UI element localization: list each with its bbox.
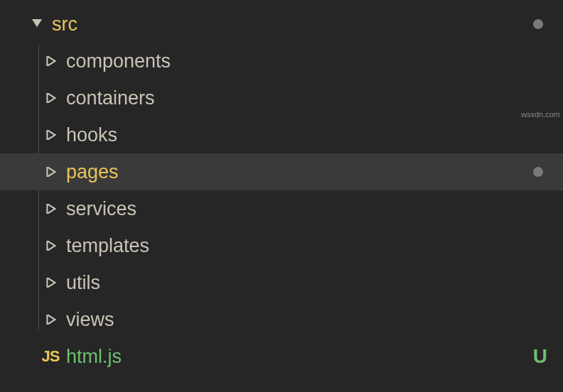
chevron-right-icon — [46, 278, 56, 288]
folder-label: containers — [66, 87, 155, 109]
chevron-right-icon — [46, 204, 56, 214]
git-status-untracked: U — [533, 345, 547, 368]
svg-marker-1 — [47, 56, 55, 66]
chevron-down-icon — [32, 19, 42, 29]
folder-label: views — [66, 309, 114, 331]
tree-folder-templates[interactable]: templates — [0, 227, 563, 264]
folder-label: components — [66, 50, 171, 72]
chevron-right-icon — [46, 56, 56, 66]
chevron-right-icon — [46, 315, 56, 325]
svg-marker-4 — [47, 167, 55, 177]
svg-marker-0 — [32, 19, 42, 27]
js-file-icon: JS — [39, 347, 62, 366]
tree-folder-src[interactable]: src — [0, 6, 563, 43]
folder-label: src — [52, 13, 77, 36]
folder-label: utils — [66, 272, 100, 294]
tree-file-html-js[interactable]: JS html.js U — [0, 338, 563, 375]
folder-label: pages — [66, 161, 119, 183]
tree-folder-services[interactable]: services — [0, 190, 563, 227]
svg-marker-8 — [47, 315, 55, 325]
tree-folder-views[interactable]: views — [0, 301, 563, 338]
modified-indicator-icon — [533, 19, 543, 29]
folder-label: templates — [66, 235, 149, 257]
chevron-right-icon — [46, 167, 56, 177]
chevron-right-icon — [46, 130, 56, 140]
folder-label: services — [66, 198, 136, 220]
svg-marker-3 — [47, 130, 55, 140]
tree-folder-pages[interactable]: pages — [0, 153, 563, 190]
chevron-right-icon — [46, 241, 56, 251]
svg-marker-6 — [47, 241, 55, 251]
svg-marker-7 — [47, 278, 55, 288]
file-label: html.js — [66, 346, 122, 368]
folder-label: hooks — [66, 124, 117, 146]
tree-folder-hooks[interactable]: hooks — [0, 116, 563, 153]
tree-folder-containers[interactable]: containers — [0, 80, 563, 116]
file-tree: src components containers hooks pages se… — [0, 0, 563, 375]
svg-marker-2 — [47, 93, 55, 103]
watermark: wsxdn.com — [521, 110, 560, 119]
tree-folder-components[interactable]: components — [0, 43, 563, 80]
svg-marker-5 — [47, 204, 55, 214]
tree-folder-utils[interactable]: utils — [0, 264, 563, 301]
modified-indicator-icon — [533, 167, 543, 177]
chevron-right-icon — [46, 93, 56, 103]
